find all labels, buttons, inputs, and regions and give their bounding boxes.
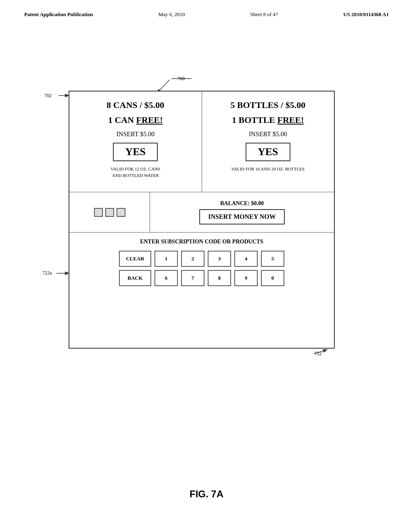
keypad-rows: CLEAR 1 2 3 4 5 BACK 6 7 8 9 0: [77, 251, 326, 286]
key-1[interactable]: 1: [154, 251, 178, 267]
label-722a: 722a: [42, 270, 52, 276]
back-button[interactable]: BACK: [119, 270, 151, 286]
promo-right: 5 BOTTLES / $5.00 1 BOTTLE FREE! INSERT …: [202, 91, 334, 192]
promo-left-title: 8 CANS / $5.00: [106, 100, 164, 111]
promo-left-free-line: 1 CAN FREE!: [108, 114, 163, 126]
keypad-row-2: BACK 6 7 8 9 0: [119, 270, 284, 286]
balance-section: BALANCE: $0.00 INSERT MONEY NOW: [69, 192, 334, 233]
label-702: 702: [44, 93, 52, 99]
key-3[interactable]: 3: [208, 251, 231, 267]
promo-right-yes-button[interactable]: YES: [246, 143, 290, 161]
patent-header: Patent Application Publication May 6, 20…: [0, 0, 413, 18]
header-patent-number: US 2010/0114368 A1: [343, 11, 389, 18]
key-0[interactable]: 0: [261, 270, 284, 286]
key-7[interactable]: 7: [181, 270, 204, 286]
insert-money-box: INSERT MONEY NOW: [199, 209, 284, 224]
coin-slot-area: [69, 192, 150, 232]
promo-right-line2: 1 BOTTLE: [232, 115, 275, 125]
diagram-container: 700 702 706 704 722b 722a 722 8 CANS / $…: [32, 52, 367, 383]
label-722: 722: [315, 351, 322, 357]
key-6[interactable]: 6: [154, 270, 178, 286]
subscription-label: ENTER SUBSCRIPTION CODE OR PRODUCTS: [77, 239, 326, 245]
keypad-row-1: CLEAR 1 2 3 4 5: [119, 251, 284, 267]
coin-slot-1: [94, 208, 103, 217]
promo-right-insert: INSERT $5.00: [249, 131, 287, 138]
promo-right-free-line: 1 BOTTLE FREE!: [232, 114, 304, 126]
header-sheet: Sheet 8 of 47: [250, 11, 278, 18]
clear-button[interactable]: CLEAR: [119, 251, 151, 267]
header-date: May 6, 2010: [158, 11, 185, 18]
promo-left-free: FREE!: [136, 115, 163, 125]
promo-left-yes-button[interactable]: YES: [113, 143, 158, 161]
key-5[interactable]: 5: [261, 251, 284, 267]
coin-slots: [94, 208, 125, 217]
keypad-section: ENTER SUBSCRIPTION CODE OR PRODUCTS CLEA…: [69, 233, 334, 292]
fig-caption: FIG. 7A: [190, 488, 223, 500]
key-4[interactable]: 4: [234, 251, 258, 267]
machine-screen: 8 CANS / $5.00 1 CAN FREE! INSERT $5.00 …: [69, 91, 335, 349]
promo-left-valid: VALID FOR 12 OZ. CANSAND BOTTLED WATER: [111, 166, 160, 179]
coin-slot-3: [117, 208, 125, 217]
promo-left-line2: 1 CAN: [108, 115, 134, 125]
key-2[interactable]: 2: [181, 251, 204, 267]
promo-left-insert: INSERT $5.00: [116, 131, 154, 138]
balance-label: BALANCE: $0.00: [220, 200, 264, 207]
header-left: Patent Application Publication: [24, 11, 93, 18]
promo-right-free: FREE!: [277, 115, 304, 125]
promo-right-valid: VALID FOR 16 AND 20 OZ. BOTTLES: [231, 166, 305, 172]
key-8[interactable]: 8: [208, 270, 231, 286]
promo-right-title: 5 BOTTLES / $5.00: [230, 100, 305, 111]
coin-slot-2: [105, 208, 114, 217]
balance-display: BALANCE: $0.00 INSERT MONEY NOW: [150, 192, 334, 232]
label-fig-number: 700: [177, 76, 185, 82]
promo-left: 8 CANS / $5.00 1 CAN FREE! INSERT $5.00 …: [69, 91, 202, 192]
key-9[interactable]: 9: [234, 270, 258, 286]
promo-area: 8 CANS / $5.00 1 CAN FREE! INSERT $5.00 …: [69, 91, 334, 192]
